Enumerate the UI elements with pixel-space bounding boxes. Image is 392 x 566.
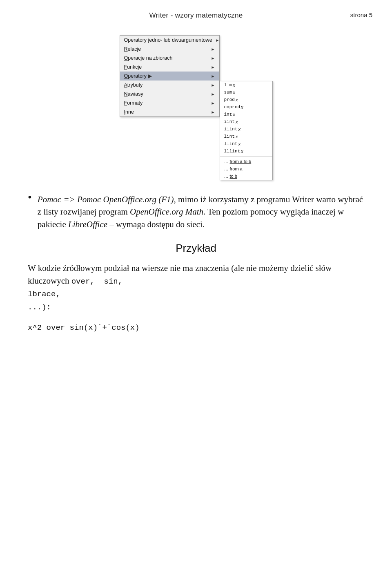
submenu-item-iint[interactable]: iintx — [220, 118, 272, 125]
main-menu: Operatory jedno- lub dwuargumentowe ► Re… — [120, 35, 220, 117]
przyklad-code-lbrace: lbrace, — [28, 290, 60, 299]
menu-item-operatory[interactable]: Operatory ▶ ► — [120, 72, 219, 81]
bullet-text-italic2: OpenOffice.org Math — [130, 207, 203, 217]
page-title: Writer - wzory matematyczne — [149, 11, 243, 19]
submenu-arrow: ► — [216, 38, 220, 43]
bullet-dot: • — [28, 191, 32, 204]
submenu-arrow: ► — [211, 101, 215, 105]
submenu-arrow: ► — [211, 83, 215, 87]
submenu-item-lint[interactable]: lintx — [220, 133, 272, 140]
submenu-item-lllint[interactable]: lllintx — [220, 148, 272, 155]
menu-item-formaty[interactable]: Formaty ► — [120, 98, 219, 107]
menu-item-operacje[interactable]: Operacje na zbiorach ► — [120, 54, 219, 63]
menu-screenshot: Operatory jedno- lub dwuargumentowe ► Re… — [120, 35, 273, 180]
menu-item-atrybuty[interactable]: Atrybuty ► — [120, 81, 219, 89]
page-header: Writer - wzory matematyczne — [0, 0, 392, 22]
submenu-arrow: ► — [211, 56, 215, 60]
submenu-arrow: ► — [211, 65, 215, 69]
submenu-item-sum[interactable]: sumx — [220, 89, 272, 96]
menu-screenshot-container: Operatory jedno- lub dwuargumentowe ► Re… — [0, 35, 392, 180]
submenu-item-lim[interactable]: limx — [220, 81, 272, 89]
menu-item-operators-one-two[interactable]: Operatory jedno- lub dwuargumentowe ► — [120, 36, 219, 45]
bullet-text-italic-start: Pomoc => Pomoc OpenOffice.org (F1) — [38, 195, 174, 204]
code-example-line: x^2 over sin(x)`+`cos(x) — [28, 322, 364, 334]
menu-item-inne[interactable]: Inne ► — [120, 107, 219, 116]
menu-item-relacje[interactable]: Relacje ► — [120, 45, 219, 54]
submenu-item-llint[interactable]: llintx — [220, 140, 272, 148]
menu-item-funkcje[interactable]: Funkcje ► — [120, 63, 219, 72]
bullet-text-normal3: – wymaga dostępu do sieci. — [107, 219, 205, 229]
submenu-arrow: ► — [211, 74, 215, 78]
submenu-item-from-a-to-b[interactable]: … from a to b — [220, 158, 272, 165]
submenu-arrow: ► — [211, 92, 215, 96]
przyklad-code-keywords: over, sin, — [71, 277, 122, 286]
content-area: • Pomoc => Pomoc OpenOffice.org (F1), mi… — [0, 193, 392, 334]
bullet-section: • Pomoc => Pomoc OpenOffice.org (F1), mi… — [28, 193, 364, 230]
submenu-item-coprod[interactable]: coprodx — [220, 103, 272, 111]
submenu-item-to-b[interactable]: … to b — [220, 172, 272, 180]
submenu-operatory: limx sumx prodx coprodx intx iintx iiint… — [220, 81, 273, 180]
submenu-item-int[interactable]: intx — [220, 111, 272, 118]
page-number: strona 5 — [350, 11, 372, 18]
cursor-icon: ▶ — [148, 73, 152, 79]
submenu-item-from-a[interactable]: … from a — [220, 165, 272, 172]
menu-item-nawiasy[interactable]: Nawiasy ► — [120, 89, 219, 98]
bullet-text: Pomoc => Pomoc OpenOffice.org (F1), mimo… — [38, 193, 364, 230]
submenu-separator — [220, 156, 272, 157]
przyklad-paragraph: W kodzie źródłowym podział na wiersze ni… — [28, 262, 364, 313]
przyklad-title: Przykład — [28, 242, 364, 255]
bullet-text-italic3: LibreOffice — [68, 219, 107, 229]
przyklad-code-ellipsis: ...): — [28, 303, 51, 312]
submenu-item-iiint[interactable]: iiintx — [220, 125, 272, 133]
submenu-arrow: ► — [211, 110, 215, 114]
code-example-section: x^2 over sin(x)`+`cos(x) — [28, 322, 364, 334]
submenu-item-prod[interactable]: prodx — [220, 96, 272, 103]
submenu-arrow: ► — [211, 47, 215, 51]
